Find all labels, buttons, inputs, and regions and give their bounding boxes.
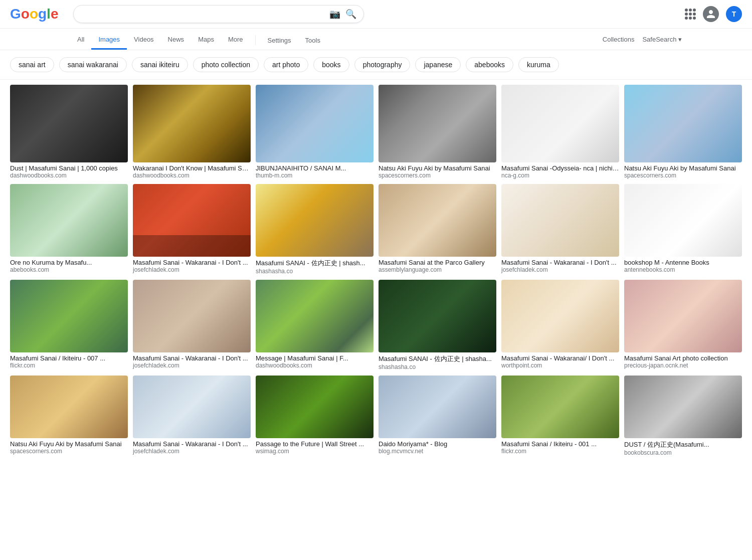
nav-tools[interactable]: Tools <box>298 32 327 49</box>
nav-divider <box>255 35 256 45</box>
nav-more[interactable]: More <box>221 31 250 50</box>
image-title: Message | Masafumi Sanai | F... <box>256 354 373 362</box>
image-results: Dust | Masafumi Sanai | 1,000 copies das… <box>0 80 752 466</box>
filter-chip-kuruma[interactable]: kuruma <box>518 57 559 72</box>
header: Google Masafumi Sanai 📷 🔍 T <box>0 0 752 29</box>
image-cell[interactable]: Natsu Aki Fuyu Aki by Masafumi Sanai spa… <box>624 85 742 179</box>
search-input[interactable]: Masafumi Sanai <box>81 10 329 19</box>
image-title: Wakaranai I Don't Know | Masafumi Sanai <box>133 164 251 172</box>
collections-link[interactable]: Collections <box>603 36 635 43</box>
image-cell[interactable]: Masafumi Sanai - Wakaranai - I Don't ...… <box>133 376 251 456</box>
image-cell[interactable]: Dust | Masafumi Sanai | 1,000 copies das… <box>10 85 128 179</box>
image-source: blog.mcvmcv.net <box>379 448 496 455</box>
image-title: DUST / 佐内正史(Masafumi... <box>624 440 742 449</box>
image-title: Masafumi Sanai -Odysseia- nca | nichido … <box>501 164 619 172</box>
image-source: flickr.com <box>501 448 619 455</box>
image-cell[interactable]: Masafumi Sanai - Wakaranai - I Don't ...… <box>133 184 251 275</box>
image-title: Masafumi Sanai / Ikiteiru - 007 ... <box>10 354 128 362</box>
image-cell[interactable]: JIBUNJANAIHITO / SANAI M... thumb-m.com <box>256 85 373 179</box>
nav: All Images Videos News Maps More Setting… <box>0 29 752 50</box>
image-cell[interactable]: Masafumi SANAI - 佐内正史 | shash... shashas… <box>256 184 373 275</box>
image-row-3: Masafumi Sanai / Ikiteiru - 007 ... flic… <box>10 280 742 370</box>
image-cell[interactable]: DUST / 佐内正史(Masafumi... bookobscura.com <box>624 376 742 456</box>
image-title: Masafumi Sanai - Wakaranai - I Don't ... <box>133 354 251 362</box>
filter-chip-sanai-wakaranai[interactable]: sanai wakaranai <box>59 57 127 72</box>
filter-chip-books[interactable]: books <box>313 57 349 72</box>
image-title: Masafumi Sanai - Wakaranai - I Don't ... <box>133 440 251 448</box>
camera-icon[interactable]: 📷 <box>329 9 340 20</box>
image-source: thumb-m.com <box>256 172 373 179</box>
safesearch-link[interactable]: SafeSearch ▾ <box>642 36 682 43</box>
image-title: Masafumi Sanai - Wakaranai - I Don't ... <box>133 259 251 266</box>
nav-settings[interactable]: Settings <box>261 32 298 49</box>
image-source: antennebooks.com <box>624 266 742 273</box>
filter-chip-sanai-ikiteiru[interactable]: sanai ikiteiru <box>132 57 188 72</box>
image-cell[interactable]: Masafumi Sanai at the Parco Gallery asse… <box>379 184 496 275</box>
image-source: josefchladek.com <box>133 266 251 273</box>
user-avatar[interactable]: T <box>726 6 742 22</box>
image-title: Masafumi Sanai at the Parco Gallery <box>379 259 496 266</box>
image-title: Masafumi SANAI - 佐内正史 | shasha... <box>379 354 496 363</box>
filter-chip-photo-collection[interactable]: photo collection <box>193 57 259 72</box>
image-cell[interactable]: Passage to the Future | Wall Street ... … <box>256 376 373 456</box>
image-source: nca-g.com <box>501 172 619 179</box>
image-cell[interactable]: Masafumi Sanai - Wakaranai - I Don't ...… <box>501 184 619 275</box>
image-source: bookobscura.com <box>624 449 742 456</box>
search-bar: Masafumi Sanai 📷 🔍 <box>73 5 364 23</box>
filters: sanai art sanai wakaranai sanai ikiteiru… <box>0 50 752 80</box>
image-row-4: Natsu Aki Fuyu Aki by Masafumi Sanai spa… <box>10 376 742 456</box>
image-source: josefchladek.com <box>501 266 619 273</box>
image-source: shashasha.co <box>256 268 373 275</box>
image-title: Dust | Masafumi Sanai | 1,000 copies <box>10 164 128 172</box>
filter-chip-japanese[interactable]: japanese <box>415 57 461 72</box>
filter-chip-sanai-art[interactable]: sanai art <box>10 57 54 72</box>
image-source: shashasha.co <box>379 363 496 370</box>
image-cell[interactable]: Masafumi Sanai - Wakaranai - I Don't ...… <box>133 280 251 370</box>
image-source: abebooks.com <box>10 266 128 273</box>
image-source: worthpoint.com <box>501 362 619 369</box>
image-cell[interactable]: Masafumi Sanai - Wakaranai/ I Don't ... … <box>501 280 619 370</box>
image-cell[interactable]: Masafumi SANAI - 佐内正史 | shasha... shasha… <box>379 280 496 370</box>
image-source: spacescorners.com <box>379 172 496 179</box>
nav-videos[interactable]: Videos <box>127 31 161 50</box>
nav-news[interactable]: News <box>161 31 192 50</box>
image-cell[interactable]: Natsu Aki Fuyu Aki by Masafumi Sanai spa… <box>10 376 128 456</box>
image-cell[interactable]: Daido Moriyama* - Blog blog.mcvmcv.net <box>379 376 496 456</box>
nav-maps[interactable]: Maps <box>191 31 221 50</box>
image-cell[interactable]: bookshop M - Antenne Books antennebooks.… <box>624 184 742 275</box>
image-title: JIBUNJANAIHITO / SANAI M... <box>256 164 373 172</box>
header-right: T <box>685 6 742 22</box>
image-cell[interactable]: Message | Masafumi Sanai | F... dashwood… <box>256 280 373 370</box>
filter-chip-abebooks[interactable]: abebooks <box>466 57 513 72</box>
image-source: spacescorners.com <box>10 448 128 455</box>
image-cell[interactable]: Natsu Aki Fuyu Aki by Masafumi Sanai spa… <box>379 85 496 179</box>
image-cell[interactable]: Wakaranai I Don't Know | Masafumi Sanai … <box>133 85 251 179</box>
image-title: bookshop M - Antenne Books <box>624 259 742 266</box>
image-title: Natsu Aki Fuyu Aki by Masafumi Sanai <box>10 440 128 448</box>
image-source: dashwoodbooks.com <box>10 172 128 179</box>
filter-chip-photography[interactable]: photography <box>354 57 411 72</box>
search-icon[interactable]: 🔍 <box>345 9 356 20</box>
image-row-1: Dust | Masafumi Sanai | 1,000 copies das… <box>10 85 742 179</box>
google-logo[interactable]: Google <box>10 6 58 22</box>
image-source: dashwoodbooks.com <box>133 172 251 179</box>
image-cell[interactable]: Ore no Kuruma by Masafu... abebooks.com <box>10 184 128 275</box>
image-title: Masafumi Sanai / Ikiteiru - 001 ... <box>501 440 619 448</box>
account-icon[interactable] <box>703 6 719 22</box>
filter-chip-art-photo[interactable]: art photo <box>264 57 308 72</box>
image-title: Masafumi Sanai - Wakaranai - I Don't ... <box>501 259 619 266</box>
image-title: Daido Moriyama* - Blog <box>379 440 496 448</box>
image-title: Masafumi SANAI - 佐内正史 | shash... <box>256 259 373 268</box>
image-title: Masafumi Sanai - Wakaranai/ I Don't ... <box>501 354 619 362</box>
image-cell[interactable]: Masafumi Sanai / Ikiteiru - 007 ... flic… <box>10 280 128 370</box>
image-cell[interactable]: Masafumi Sanai -Odysseia- nca | nichido … <box>501 85 619 179</box>
nav-images[interactable]: Images <box>91 31 127 50</box>
nav-all[interactable]: All <box>70 31 91 50</box>
nav-far-right: Collections SafeSearch ▾ <box>603 36 682 45</box>
image-source: flickr.com <box>10 362 128 369</box>
image-cell[interactable]: Masafumi Sanai Art photo collection prec… <box>624 280 742 370</box>
image-source: josefchladek.com <box>133 448 251 455</box>
apps-icon[interactable] <box>685 9 696 20</box>
image-row-2: Ore no Kuruma by Masafu... abebooks.com … <box>10 184 742 275</box>
image-cell[interactable]: Masafumi Sanai / Ikiteiru - 001 ... flic… <box>501 376 619 456</box>
